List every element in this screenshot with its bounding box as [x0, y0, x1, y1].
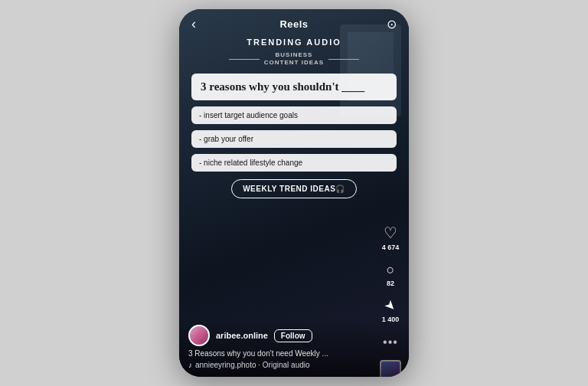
back-button[interactable]: ‹	[191, 16, 196, 32]
like-icon[interactable]: ♡	[384, 224, 397, 242]
item-card-3: - niche related lifestyle change	[191, 154, 397, 172]
avatar-image	[190, 326, 208, 345]
audio-text: annieeyring.photo · Original audio	[195, 361, 310, 369]
like-action[interactable]: ♡ 4 674	[382, 224, 400, 251]
badge-text: BUSINESSCONTENT IDEAS	[264, 51, 324, 67]
username[interactable]: aribee.online	[216, 331, 268, 340]
trending-label: TRENDING AUDIO	[191, 38, 397, 47]
audio-row: ♪ annieeyring.photo · Original audio	[188, 361, 400, 369]
avatar[interactable]	[188, 325, 210, 346]
comment-action[interactable]: ○ 82	[387, 262, 395, 287]
header: ‹ Reels ⊙	[179, 9, 409, 34]
follow-button[interactable]: Follow	[274, 329, 312, 342]
trend-button-wrap: WEEKLY TREND IDEAS🎧	[191, 179, 397, 198]
title-card: 3 reasons why you shouldn't ____	[191, 74, 397, 101]
comment-count: 82	[387, 280, 394, 287]
caption: 3 Reasons why you don't need Weekly ...	[188, 349, 400, 358]
like-count: 4 674	[382, 244, 400, 251]
bottom-bar: aribee.online Follow 3 Reasons why you d…	[179, 319, 409, 377]
comment-icon[interactable]: ○	[387, 262, 395, 278]
trend-button[interactable]: WEEKLY TREND IDEAS🎧	[231, 179, 357, 198]
music-note-icon: ♪	[188, 361, 192, 369]
camera-icon[interactable]: ⊙	[387, 17, 397, 31]
phone-frame: ‹ Reels ⊙ TRENDING AUDIO BUSINESSCONTENT…	[179, 9, 409, 377]
share-icon[interactable]: ➤	[381, 296, 400, 316]
badge-line-right	[328, 59, 359, 60]
business-badge: BUSINESSCONTENT IDEAS	[191, 51, 397, 67]
user-row: aribee.online Follow	[188, 325, 400, 346]
header-title: Reels	[279, 18, 308, 30]
reel-content: TRENDING AUDIO BUSINESSCONTENT IDEAS 3 r…	[179, 34, 409, 198]
item-card-2: - grab your offer	[191, 130, 397, 148]
item-card-1: - insert target audience goals	[191, 106, 397, 124]
badge-line-left	[229, 59, 260, 60]
